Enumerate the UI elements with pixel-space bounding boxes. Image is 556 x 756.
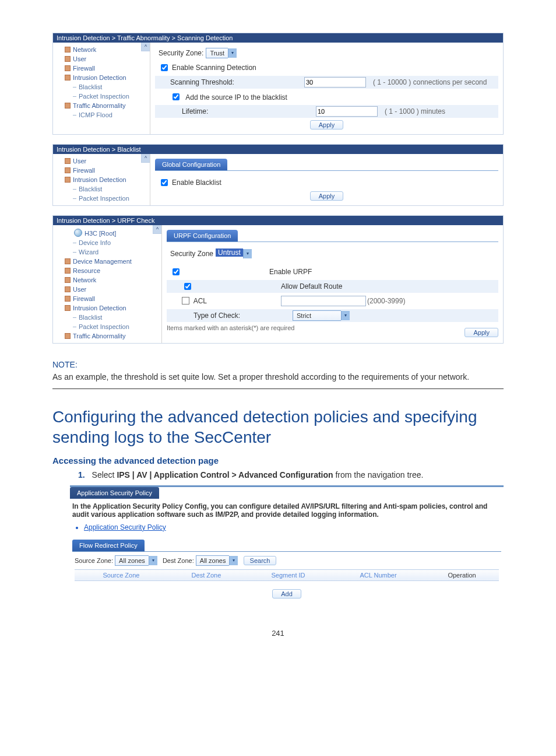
sidebar-item-firewall[interactable]: Firewall xyxy=(57,64,150,73)
dest-zone-label: Dest Zone: xyxy=(163,557,194,564)
add-source-checkbox[interactable] xyxy=(173,93,180,100)
content-area: URPF Configuration Security Zone Untrust… xyxy=(162,225,503,343)
scan-threshold-label: Scanning Threshold: xyxy=(159,78,304,86)
sidebar-item-traffic-abnormality[interactable]: Traffic Abnormality xyxy=(57,331,161,341)
col-dest-zone[interactable]: Dest Zone xyxy=(168,569,245,580)
sidebar-item-root[interactable]: H3C [Root] xyxy=(57,228,161,238)
chevron-down-icon[interactable]: ▾ xyxy=(243,249,252,258)
app-security-policy-link[interactable]: Application Security Policy xyxy=(84,523,501,531)
col-acl-number[interactable]: ACL Number xyxy=(332,569,425,580)
enable-scanning-checkbox[interactable] xyxy=(161,64,168,71)
breadcrumb: Intrusion Detection > Traffic Abnormalit… xyxy=(53,33,503,43)
sidebar-item-resource[interactable]: Resource xyxy=(57,266,161,275)
note-heading: NOTE: xyxy=(52,360,504,369)
source-zone-label: Source Zone: xyxy=(75,557,113,564)
sidebar-item-user[interactable]: User xyxy=(57,156,150,166)
sidebar: ^ Network User Firewall Intrusion Detect… xyxy=(53,43,150,134)
tab-global-config[interactable]: Global Configuration xyxy=(155,159,227,170)
sidebar: ^ User Firewall Intrusion Detection Blac… xyxy=(53,154,150,205)
flow-table: Source Zone Dest Zone Segment ID ACL Num… xyxy=(75,569,499,581)
type-check-select[interactable]: Strict xyxy=(293,310,341,321)
blacklist-panel: Intrusion Detection > Blacklist ^ User F… xyxy=(52,144,504,206)
advanced-config-screenshot: Application Security Policy In the Appli… xyxy=(70,485,504,606)
enable-urpf-checkbox[interactable] xyxy=(173,268,180,275)
urpf-panel: Intrusion Detection > URPF Check ^ H3C [… xyxy=(52,215,504,344)
sidebar-item-intrusion[interactable]: Intrusion Detection xyxy=(57,303,161,313)
sidebar-item-blacklist[interactable]: Blacklist xyxy=(57,82,150,92)
app-description: In the Application Security Policy Confi… xyxy=(72,502,501,519)
content-area: Security Zone: Trust ▾ Enable Scanning D… xyxy=(150,43,503,134)
sidebar-item-firewall[interactable]: Firewall xyxy=(57,294,161,303)
col-segment-id[interactable]: Segment ID xyxy=(245,569,332,580)
lifetime-hint: ( 1 - 1000 ) minutes xyxy=(385,107,445,116)
lifetime-input[interactable] xyxy=(316,106,378,117)
security-zone-select[interactable]: Trust xyxy=(206,48,228,58)
sidebar-item-icmp[interactable]: ICMP Flood xyxy=(57,110,150,120)
col-operation: Operation xyxy=(425,569,499,580)
tab-urpf-config[interactable]: URPF Configuration xyxy=(167,230,238,242)
add-source-label: Add the source IP to the blacklist xyxy=(185,93,287,102)
scroll-up-icon[interactable]: ^ xyxy=(141,154,150,163)
scanning-detection-panel: Intrusion Detection > Traffic Abnormalit… xyxy=(52,33,504,135)
sidebar-item-packet[interactable]: Packet Inspection xyxy=(57,92,150,101)
chevron-down-icon[interactable]: ▾ xyxy=(228,48,237,58)
sidebar-item-intrusion[interactable]: Intrusion Detection xyxy=(57,73,150,82)
chevron-down-icon[interactable]: ▾ xyxy=(341,311,350,320)
sidebar-item-device-info[interactable]: Device Info xyxy=(57,238,161,247)
col-source-zone[interactable]: Source Zone xyxy=(75,569,168,580)
sidebar: ^ H3C [Root] Device Info Wizard Device M… xyxy=(53,225,162,343)
step-number: 1. xyxy=(78,470,85,480)
scan-threshold-input[interactable] xyxy=(304,77,366,88)
search-button[interactable]: Search xyxy=(244,556,277,565)
chevron-down-icon[interactable]: ▾ xyxy=(229,556,238,565)
note-body: As an example, the threshold is set quit… xyxy=(52,372,504,383)
sidebar-item-firewall[interactable]: Firewall xyxy=(57,166,150,175)
dest-zone-select[interactable]: All zones xyxy=(196,555,230,566)
type-check-label: Type of Check: xyxy=(170,312,293,320)
lifetime-label: Lifetime: xyxy=(159,107,316,116)
tab-app-security-policy[interactable]: Application Security Policy xyxy=(70,487,159,499)
breadcrumb: Intrusion Detection > URPF Check xyxy=(53,216,503,225)
apply-button[interactable]: Apply xyxy=(310,120,344,130)
security-zone-label: Security Zone: xyxy=(159,49,203,57)
sidebar-item-user[interactable]: User xyxy=(57,54,150,64)
enable-urpf-label: Enable URPF xyxy=(269,268,312,276)
acl-label: ACL xyxy=(193,297,207,305)
globe-icon xyxy=(74,229,82,237)
sidebar-item-network[interactable]: Network xyxy=(57,275,161,285)
sidebar-item-device-management[interactable]: Device Management xyxy=(57,257,161,266)
security-zone-select[interactable]: Untrust xyxy=(216,249,243,257)
acl-checkbox[interactable] xyxy=(182,297,189,304)
allow-default-checkbox[interactable] xyxy=(184,283,191,290)
content-area: Global Configuration Enable Blacklist Ap… xyxy=(150,154,503,205)
acl-input[interactable] xyxy=(281,296,366,306)
chevron-down-icon[interactable]: ▾ xyxy=(149,556,157,565)
section-title: Configuring the advanced detection polic… xyxy=(52,407,504,447)
acl-hint: (2000-3999) xyxy=(367,297,405,305)
sidebar-item-traffic-abnormality[interactable]: Traffic Abnormality xyxy=(57,101,150,110)
sidebar-item-packet[interactable]: Packet Inspection xyxy=(57,322,161,331)
source-zone-select[interactable]: All zones xyxy=(115,555,149,566)
scroll-up-icon[interactable]: ^ xyxy=(141,43,150,51)
sidebar-item-wizard[interactable]: Wizard xyxy=(57,247,161,257)
enable-blacklist-checkbox[interactable] xyxy=(161,179,168,186)
allow-default-label: Allow Default Route xyxy=(281,282,342,290)
sidebar-item-packet[interactable]: Packet Inspection xyxy=(57,194,150,203)
sidebar-item-blacklist[interactable]: Blacklist xyxy=(57,313,161,322)
sidebar-item-intrusion[interactable]: Intrusion Detection xyxy=(57,175,150,184)
page-number: 241 xyxy=(52,629,504,638)
sidebar-item-network[interactable]: Network xyxy=(57,45,150,54)
apply-button[interactable]: Apply xyxy=(310,191,344,201)
sidebar-item-user[interactable]: User xyxy=(57,285,161,294)
scan-threshold-hint: ( 1 - 10000 ) connections per second xyxy=(373,78,487,86)
add-button[interactable]: Add xyxy=(272,589,301,598)
apply-button[interactable]: Apply xyxy=(464,328,498,337)
enable-scanning-label: Enable Scanning Detection xyxy=(172,64,256,72)
subheading: Accessing the advanced detection page xyxy=(52,456,504,466)
tab-flow-redirect[interactable]: Flow Redirect Policy xyxy=(72,540,145,551)
scroll-up-icon[interactable]: ^ xyxy=(153,225,161,234)
sidebar-item-blacklist[interactable]: Blacklist xyxy=(57,184,150,194)
step-1: 1. Select IPS | AV | Application Control… xyxy=(78,470,504,480)
enable-blacklist-label: Enable Blacklist xyxy=(172,178,221,187)
breadcrumb: Intrusion Detection > Blacklist xyxy=(53,145,503,154)
